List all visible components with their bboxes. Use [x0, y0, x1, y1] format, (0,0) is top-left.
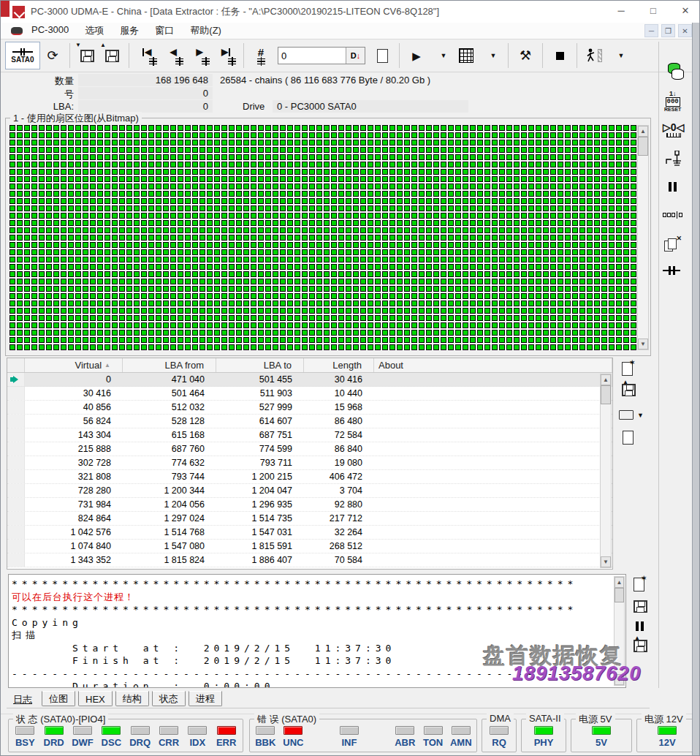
start-task-button[interactable]: ▶ — [404, 42, 429, 69]
table-row[interactable]: 731 9841 204 0561 296 93592 880 — [7, 498, 612, 512]
table-row[interactable]: 56 824528 128614 60786 480 — [7, 415, 612, 428]
decimal-mode-button[interactable]: D↓ — [346, 48, 365, 64]
row-selector-cell[interactable] — [7, 415, 25, 428]
menu-item-1[interactable]: 选项 — [85, 24, 104, 37]
run-mode-button[interactable] — [582, 42, 606, 69]
tab-结构[interactable]: 结构 — [115, 691, 149, 706]
first-sector-button[interactable]: ◀ — [134, 42, 160, 69]
save-chains-button[interactable]: ▲ — [622, 384, 636, 396]
mdi-close-button[interactable]: ✕ — [678, 24, 692, 37]
scroll-up-button[interactable]: ▲ — [638, 126, 648, 137]
bitmap-scrollbar[interactable]: ▲ ▼ — [637, 125, 649, 350]
scroll-thumb[interactable] — [615, 588, 624, 602]
row-selector-cell[interactable] — [7, 470, 25, 483]
new-map-button[interactable]: ✶ — [622, 362, 633, 376]
next-sector-button[interactable]: ▶ — [186, 42, 213, 69]
table-row[interactable]: 40 856512 032527 99915 968 — [7, 401, 612, 415]
mdi-minimize-button[interactable]: ─ — [644, 24, 658, 37]
pause-process-button[interactable] — [669, 182, 677, 192]
table-row[interactable]: 143 304615 168687 75172 584 — [7, 428, 612, 442]
new-log-button[interactable]: ✶ — [634, 578, 644, 591]
row-selector-cell[interactable] — [7, 401, 25, 414]
reset-counter-button[interactable]: 1↓ 000 RESET — [664, 90, 681, 112]
column-header-virtual[interactable]: Virtual▲ — [25, 358, 123, 372]
maximize-button[interactable]: □ — [642, 1, 664, 20]
cancel-copy-button[interactable]: ✕ — [664, 238, 679, 252]
stop-task-button[interactable] — [547, 42, 572, 69]
save-map-button[interactable]: ▼ — [75, 42, 99, 69]
bitmap-cell — [119, 140, 125, 145]
column-header-length[interactable]: Length — [304, 358, 374, 372]
row-selector-cell[interactable] — [7, 553, 25, 567]
table-row[interactable]: 215 888687 760774 59986 840 — [7, 442, 612, 456]
table-row[interactable]: 302 728774 632793 71119 080 — [7, 456, 612, 470]
table-row[interactable]: 728 2801 200 3441 204 0473 704 — [7, 484, 612, 498]
scroll-thumb[interactable] — [601, 385, 611, 404]
row-selector-cell[interactable] — [7, 442, 25, 456]
tab-HEX[interactable]: HEX — [78, 691, 113, 706]
head-test-button[interactable] — [666, 151, 682, 168]
table-row[interactable]: 1 343 3521 815 8241 886 40770 584 — [7, 553, 612, 567]
row-selector-cell[interactable] — [7, 498, 25, 511]
export-log-button[interactable]: ▲ — [634, 640, 647, 652]
recalibrate-button[interactable]: ▷0◁ — [663, 121, 684, 137]
row-selector-cell[interactable] — [7, 387, 25, 400]
start-options-dropdown[interactable]: ▼ — [429, 42, 454, 69]
scroll-down-button[interactable]: ▼ — [638, 339, 648, 349]
menu-item-3[interactable]: 窗口 — [155, 24, 174, 37]
open-chains-button[interactable]: ▼ — [619, 410, 644, 420]
blank-report-button[interactable] — [623, 431, 634, 445]
last-sector-button[interactable]: ▶ — [213, 42, 239, 69]
row-selector-cell[interactable] — [7, 512, 25, 525]
scroll-up-button[interactable]: ▲ — [615, 577, 624, 588]
table-scrollbar[interactable]: ▲ ▼ — [600, 374, 612, 568]
scroll-thumb[interactable] — [638, 137, 648, 156]
row-selector-cell[interactable] — [7, 540, 25, 553]
sata-port-button[interactable]: SATA0 — [5, 42, 40, 69]
table-row[interactable]: 30 416501 464511 90310 440 — [7, 387, 612, 401]
menu-item-4[interactable]: 帮助(Z) — [190, 24, 221, 37]
filter-results-button[interactable] — [370, 42, 395, 69]
menu-item-2[interactable]: 服务 — [120, 24, 139, 37]
prev-sector-button[interactable]: ◀ — [160, 42, 186, 69]
task-settings-button[interactable]: ⚒ — [513, 42, 538, 69]
sector-bitmap[interactable] — [9, 125, 636, 350]
map-options-dropdown[interactable]: ▼ — [479, 42, 503, 69]
pause-log-button[interactable] — [636, 621, 644, 631]
table-row[interactable]: 1 074 8401 547 0801 815 591268 512 — [7, 540, 612, 553]
tab-日志[interactable]: 日志 — [7, 691, 39, 706]
table-row[interactable]: 824 8641 297 0241 514 735217 712 — [7, 512, 612, 526]
connector-button[interactable] — [663, 266, 680, 275]
tab-进程[interactable]: 进程 — [189, 691, 222, 706]
run-mode-dropdown[interactable]: ▼ — [606, 42, 631, 69]
column-header-lba-to[interactable]: LBA to — [216, 358, 304, 372]
row-selector-cell[interactable] — [7, 526, 25, 539]
goto-sector-button[interactable]: # — [248, 42, 273, 69]
table-row[interactable]: 1 042 5761 514 7681 547 03132 264 — [7, 526, 612, 540]
skip-sectors-button[interactable] — [663, 211, 682, 219]
menu-item-pc3000[interactable]: PC-3000 — [31, 24, 69, 37]
table-row[interactable]: 0471 040501 45530 416 — [7, 373, 612, 387]
row-selector-cell[interactable] — [7, 484, 25, 497]
save-log-button[interactable] — [634, 600, 647, 613]
build-map-button[interactable] — [454, 42, 479, 69]
row-selector-cell[interactable] — [7, 373, 25, 386]
copy-data-button[interactable] — [664, 63, 684, 80]
scroll-up-button[interactable]: ▲ — [601, 374, 611, 385]
sector-number-input[interactable] — [278, 48, 346, 64]
column-header-lba-from[interactable]: LBA from — [123, 358, 216, 372]
row-selector-cell[interactable] — [7, 456, 25, 469]
load-map-button[interactable]: ▲ — [99, 42, 124, 69]
minimize-button[interactable]: ─ — [610, 1, 632, 20]
refresh-task-button[interactable]: ⟳ — [40, 42, 65, 69]
row-selector-cell[interactable] — [7, 428, 25, 442]
mdi-restore-button[interactable]: ❐ — [661, 24, 675, 37]
table-row[interactable]: 321 808793 7441 200 215406 472 — [7, 470, 612, 484]
scroll-down-button[interactable]: ▼ — [601, 556, 611, 567]
close-button[interactable]: ✕ — [674, 1, 696, 20]
tab-状态[interactable]: 状态 — [152, 691, 186, 706]
tab-位图[interactable]: 位图 — [42, 691, 75, 706]
row-selector-header[interactable] — [7, 358, 25, 372]
bitmap-cell — [221, 176, 227, 182]
column-header-about[interactable]: About — [374, 358, 612, 372]
